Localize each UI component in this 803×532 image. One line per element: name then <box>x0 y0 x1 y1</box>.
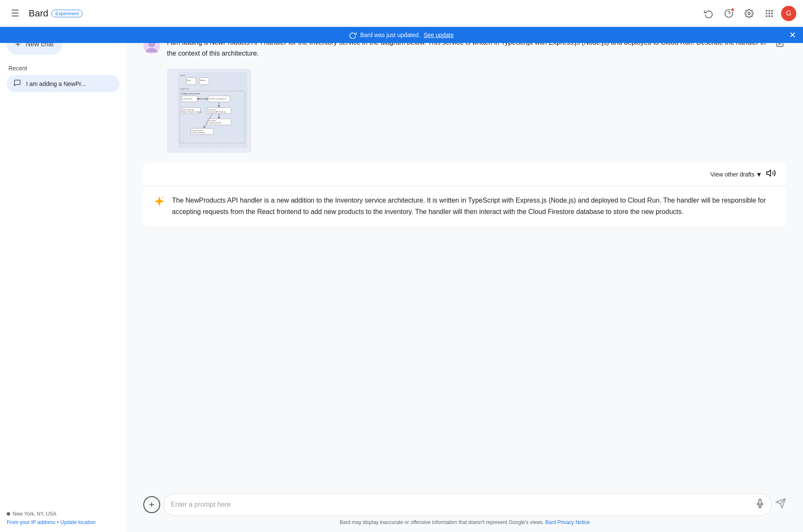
svg-rect-8 <box>771 13 773 14</box>
header-left: ☰ Bard Experiment <box>7 5 83 22</box>
main-content: I am adding a NewProducts API handler fo… <box>126 27 803 532</box>
input-row: + <box>143 493 786 516</box>
architecture-diagram: USERS Web Mobile Google Cloud CYMBAL SUP… <box>167 69 251 153</box>
bard-response-content: The NewProducts API handler is a new add… <box>143 186 786 226</box>
microphone-button[interactable] <box>755 499 765 511</box>
svg-rect-9 <box>766 15 768 17</box>
disclaimer-text: Bard may display inaccurate or offensive… <box>340 519 544 525</box>
logo-text: Bard <box>29 8 48 19</box>
sparkle-icon <box>153 195 165 207</box>
svg-text:Mobile: Mobile <box>200 79 206 81</box>
volume-icon <box>766 168 776 178</box>
footer-separator: • <box>57 519 59 525</box>
add-content-button[interactable]: + <box>143 496 160 513</box>
experiment-badge: Experiment <box>51 10 83 17</box>
bard-star-icon <box>153 195 165 210</box>
svg-text:CYMBAL SUPERSTORE: CYMBAL SUPERSTORE <box>181 93 200 95</box>
svg-rect-7 <box>768 13 770 14</box>
banner-link[interactable]: See update <box>424 32 454 38</box>
avatar: G <box>781 6 796 21</box>
mic-icon <box>755 499 765 508</box>
main-layout: + New chat Recent I am adding a NewPr...… <box>0 0 803 532</box>
svg-text:G: G <box>786 10 791 17</box>
help-button[interactable] <box>720 5 737 22</box>
drafts-bar: View other drafts ▾ <box>143 163 786 186</box>
header-right: G <box>700 5 796 22</box>
update-icon <box>349 31 357 39</box>
bard-response-section: View other drafts ▾ <box>143 163 786 226</box>
history-icon <box>704 9 713 18</box>
svg-point-15 <box>146 48 158 52</box>
recent-chat-item[interactable]: I am adding a NewPr... <box>7 75 120 92</box>
svg-text:Web: Web <box>187 79 191 81</box>
user-message: I am adding a NewProducts API handler fo… <box>143 37 786 153</box>
diagram-svg: USERS Web Mobile Google Cloud CYMBAL SUP… <box>170 72 255 148</box>
from-ip-link[interactable]: From your IP address <box>7 519 55 525</box>
location-dot <box>7 512 10 516</box>
location-info: New York, NY, USA <box>7 511 120 517</box>
svg-point-2 <box>748 12 750 15</box>
recent-item-label: I am adding a NewPr... <box>26 80 86 87</box>
location-text: New York, NY, USA <box>13 511 56 517</box>
send-icon <box>775 498 786 509</box>
menu-button[interactable]: ☰ <box>7 5 24 22</box>
send-button[interactable] <box>775 498 786 511</box>
app-header: ☰ Bard Experiment <box>0 0 803 27</box>
sidebar-footer: New York, NY, USA From your IP address •… <box>7 504 120 525</box>
history-button[interactable] <box>700 5 717 22</box>
svg-rect-11 <box>771 15 773 17</box>
bard-response-text: The NewProducts API handler is a new add… <box>172 195 776 217</box>
apps-icon <box>765 9 774 18</box>
banner-message: Bard was just updated. <box>360 32 420 38</box>
privacy-notice-link[interactable]: Bard Privacy Notice <box>545 519 590 525</box>
user-message-content: I am adding a NewProducts API handler fo… <box>167 37 786 153</box>
svg-text:React Frontend /Images: React Frontend /Images <box>183 111 201 113</box>
footer-links: From your IP address • Update location <box>7 519 120 525</box>
recent-label: Recent <box>7 65 120 72</box>
prompt-input[interactable] <box>171 501 752 508</box>
logo: Bard Experiment <box>29 8 83 19</box>
apps-button[interactable] <box>761 5 778 22</box>
chat-icon <box>13 79 21 88</box>
view-drafts-button[interactable]: View other drafts ▾ <box>710 170 761 179</box>
disclaimer: Bard may display inaccurate or offensive… <box>143 519 786 529</box>
svg-rect-3 <box>766 10 768 11</box>
chat-area: I am adding a NewProducts API handler fo… <box>126 27 803 488</box>
svg-text:Product Inventory: Product Inventory <box>192 131 206 134</box>
update-location-link[interactable]: Update location <box>60 519 95 525</box>
update-banner: Bard was just updated. See update ✕ <box>0 27 803 43</box>
settings-icon <box>744 9 754 18</box>
banner-close-button[interactable]: ✕ <box>789 30 796 40</box>
svg-rect-5 <box>771 10 773 11</box>
svg-text:Inventory API (Node.js): Inventory API (Node.js) <box>208 111 226 113</box>
prompt-input-wrapper <box>164 493 772 516</box>
avatar-button[interactable]: G <box>781 6 796 21</box>
view-drafts-label: View other drafts <box>710 171 755 178</box>
notification-dot <box>730 8 735 12</box>
input-area: + <box>126 488 803 532</box>
settings-button[interactable] <box>741 5 757 22</box>
svg-text:USERS: USERS <box>180 75 185 77</box>
svg-rect-6 <box>766 13 768 14</box>
plus-icon: + <box>149 499 155 510</box>
svg-text:HTTPS Load Balancer: HTTPS Load Balancer <box>209 98 227 100</box>
chevron-down-icon: ▾ <box>757 170 761 179</box>
volume-button[interactable] <box>766 168 776 181</box>
svg-text:Transactions API: Transactions API <box>208 122 221 124</box>
svg-marker-46 <box>767 170 771 176</box>
svg-text:Google Cloud: Google Cloud <box>180 88 189 90</box>
svg-rect-4 <box>768 10 770 11</box>
sidebar: + New chat Recent I am adding a NewPr...… <box>0 27 126 532</box>
svg-text:Cloud CDN: Cloud CDN <box>183 98 192 100</box>
svg-rect-10 <box>768 15 770 17</box>
menu-icon: ☰ <box>11 8 19 19</box>
